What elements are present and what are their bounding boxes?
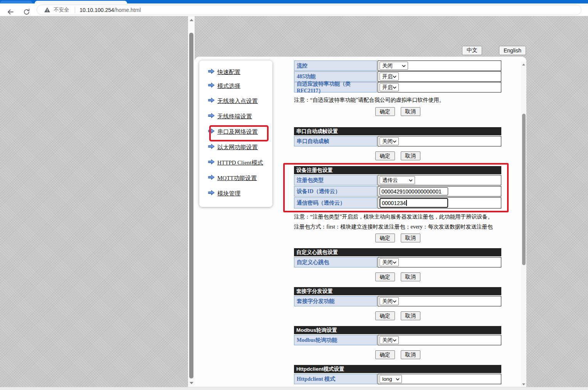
rs485-select[interactable]: 开启 [380, 72, 399, 81]
adaptive-baud-select[interactable]: 开启 [380, 83, 399, 91]
chevron-down-icon [409, 177, 413, 183]
lang-chinese-button[interactable]: 中文 [462, 46, 482, 55]
table-row: 流控 关闭 485功能 开启 自适应波特率功能（类RFC2117） 开启 [294, 61, 501, 92]
arrow-right-icon [208, 175, 215, 182]
arrow-right-icon [208, 98, 215, 104]
not-secure-warning-icon[interactable] [44, 7, 50, 13]
security-label[interactable]: 不安全 [54, 7, 69, 13]
sidebar-item-mqtt[interactable]: MQTT功能设置 [208, 174, 257, 182]
row-label: 流控 [294, 61, 377, 71]
scroll-down-icon[interactable] [521, 383, 526, 385]
cancel-button[interactable]: 取消 [401, 107, 420, 116]
scroll-up-icon[interactable] [188, 19, 195, 21]
ok-button[interactable]: 确定 [375, 151, 395, 160]
arrow-right-icon [208, 190, 215, 197]
browser-window: 不安全 10.10.100.254/home.html 中文 English 快… [0, 0, 588, 390]
button-row: 确定 取消 [294, 151, 501, 160]
row-label: 自定义心跳包 [294, 257, 377, 267]
ok-button[interactable]: 确定 [375, 272, 395, 281]
row-label: 套接字分发功能 [294, 296, 377, 306]
back-button[interactable] [5, 7, 15, 17]
socket-dist-select[interactable]: 关闭 [380, 297, 399, 305]
cancel-button[interactable]: 取消 [401, 234, 420, 242]
browser-toolbar: 不安全 10.10.100.254/home.html [0, 3, 588, 16]
modbus-select[interactable]: 关闭 [380, 336, 399, 344]
cancel-button[interactable]: 取消 [401, 151, 420, 160]
arrow-right-icon [208, 144, 215, 151]
sidebar-item-httpd-client[interactable]: HTTPD Client模式 [208, 159, 263, 166]
active-tab[interactable] [35, 1, 127, 3]
ok-button[interactable]: 确定 [375, 107, 395, 116]
button-row: 确定 取消 [294, 350, 501, 359]
sidebar-item-module-mgmt[interactable]: 模块管理 [208, 190, 240, 197]
ok-button[interactable]: 确定 [375, 350, 395, 359]
chevron-down-icon [393, 84, 396, 90]
text-cursor [406, 200, 407, 206]
ok-button[interactable]: 确定 [375, 311, 395, 320]
ok-button[interactable]: 确定 [375, 234, 395, 242]
lang-english-button[interactable]: English [499, 46, 526, 55]
address-bar[interactable]: 不安全 10.10.100.254/home.html [37, 5, 581, 15]
section-header: 串口自动成帧设置 [294, 127, 501, 135]
chevron-down-icon [393, 259, 396, 265]
scrollbar-thumb[interactable] [522, 114, 526, 265]
chevron-down-icon [393, 74, 396, 79]
section-header: 套接字分发设置 [294, 287, 501, 295]
address-divider [75, 7, 75, 13]
sidebar-item-wireless-sta[interactable]: 无线终端设置 [208, 113, 252, 120]
sidebar-item-serial-network[interactable]: 串口及网络设置 [208, 128, 258, 136]
browser-tabstrip [0, 0, 588, 3]
sidebar-item-quick-config[interactable]: 快速配置 [208, 68, 240, 76]
cancel-button[interactable]: 取消 [401, 350, 420, 359]
sidebar-item-mode-select[interactable]: 模式选择 [208, 82, 240, 90]
button-row: 确定 取消 [294, 311, 501, 320]
chevron-down-icon [393, 138, 396, 144]
register-type-select[interactable]: 透传云 [380, 176, 415, 184]
row-label: 自适应波特率功能（类RFC2117） [294, 82, 377, 92]
sidebar-item-ethernet[interactable]: 以太网功能设置 [208, 143, 258, 151]
note-text: 注意：“注册包类型”开启后，模块主动向服务器发送注册包，此功能用于辨识设备。 [294, 213, 501, 220]
left-frame-scrollbar[interactable] [188, 16, 195, 387]
row-label: 设备ID（透传云） [294, 186, 377, 197]
section-header: Modbus轮询设置 [294, 326, 501, 334]
button-row: 确定 取消 [294, 107, 501, 116]
chevron-down-icon [393, 337, 396, 343]
section-header: 设备注册包设置 [294, 166, 501, 174]
chevron-down-icon [393, 298, 396, 304]
httpdclient-mode-select[interactable]: long [380, 375, 402, 383]
arrow-right-icon [208, 82, 215, 89]
device-id-input[interactable]: 00004291000000000001 [380, 187, 448, 195]
row-label: 注册包类型 [294, 175, 377, 185]
row-label: 串口自动成帧 [294, 136, 377, 146]
sidebar-item-wireless-ap[interactable]: 无线接入点设置 [208, 97, 258, 105]
note-text: 注册包方式：first：模块建立连接时发送注册包；every：每次发送数据时发送… [294, 224, 501, 230]
scrollbar-thumb[interactable] [189, 33, 193, 378]
heartbeat-select[interactable]: 关闭 [380, 258, 399, 266]
scroll-down-icon[interactable] [188, 382, 195, 384]
chevron-down-icon [402, 63, 406, 69]
arrow-right-icon [208, 69, 215, 76]
cancel-button[interactable]: 取消 [401, 272, 420, 281]
section-header: 自定义心跳包设置 [294, 248, 501, 256]
note-text: 注意：“自适应波特率功能”请配合我公司的虚拟串口软件使用。 [294, 97, 501, 104]
button-row: 确定 取消 [294, 234, 501, 242]
comm-password-input[interactable]: 00001234 [380, 198, 448, 208]
auto-frame-select[interactable]: 关闭 [380, 137, 399, 145]
sidebar-menu: 快速配置 模式选择 无线接入点设置 无线终端设置 串口及网络设置 以太网功能设置… [199, 61, 272, 207]
arrow-right-icon [208, 128, 215, 135]
cancel-button[interactable]: 取消 [401, 311, 420, 320]
reload-icon [23, 8, 30, 15]
inactive-tab[interactable] [0, 1, 32, 3]
back-arrow-icon [7, 8, 14, 15]
reload-button[interactable] [22, 7, 32, 17]
section-header: Httpdclient模式设置 [294, 365, 501, 373]
scroll-up-icon[interactable] [521, 64, 526, 66]
content-scrollbar[interactable] [521, 62, 526, 387]
page-background: 中文 English 快速配置 模式选择 无线接入点设置 无线终端设置 串口及网… [0, 16, 588, 390]
arrow-right-icon [208, 159, 215, 166]
button-row: 确定 取消 [294, 272, 501, 281]
row-label: Modbus轮询功能 [294, 335, 377, 345]
row-label: 通信密码（透传云） [294, 197, 377, 208]
flow-control-select[interactable]: 关闭 [380, 62, 408, 70]
url-text[interactable]: 10.10.100.254/home.html [80, 7, 141, 13]
